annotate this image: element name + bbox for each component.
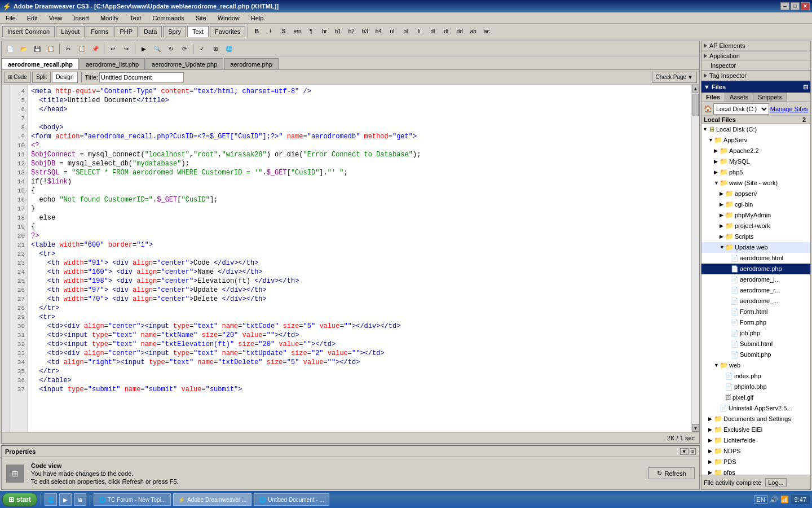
menu-insert[interactable]: Insert [70, 14, 92, 23]
quick-launch-ie[interactable]: 🌐 [45, 493, 57, 506]
save-btn[interactable]: 💾 [31, 43, 43, 55]
tree-form-php[interactable]: 📄 Form.php [701, 317, 810, 328]
redo-btn[interactable]: ↪ [120, 43, 133, 55]
tab-aerodrome-list[interactable]: aerodrome_list.php [80, 58, 145, 69]
quick-launch-desktop[interactable]: 🖥 [74, 493, 86, 506]
tree-lichterfelde[interactable]: ▶ 📁 Lichterfelde [701, 435, 810, 446]
dl-btn[interactable]: dl [426, 25, 439, 38]
files-tab-snippets[interactable]: Snippets [753, 93, 787, 102]
tab-data[interactable]: Data [139, 26, 162, 37]
tree-submit-html[interactable]: 📄 Submit.html [701, 339, 810, 349]
restore-button[interactable]: □ [791, 2, 800, 10]
files-tab-assets[interactable]: Assets [725, 93, 753, 102]
tree-aerodrome-html[interactable]: 📄 aerodrome.html [701, 253, 810, 264]
taskbar-tc-forum[interactable]: 🌐 TC Forum - New Topi... [94, 493, 171, 506]
tree-aerodrome-php[interactable]: 📄 aerodrome.php [701, 264, 810, 274]
refresh-code-btn[interactable]: ↻ [165, 43, 177, 55]
quick-launch-media[interactable]: ▶ [59, 493, 72, 506]
application-header[interactable]: Application [701, 51, 810, 61]
tree-cgi-bin[interactable]: ▶ 📁 cgi-bin [701, 199, 810, 210]
tree-php5[interactable]: ▶ 📁 php5 [701, 167, 810, 178]
menu-file[interactable]: File [2, 14, 19, 23]
check-page-btn[interactable]: Check Page ▼ [652, 72, 697, 83]
strong-btn[interactable]: S [277, 25, 290, 38]
tree-ndps[interactable]: ▶ 📁 NDPS [701, 446, 810, 457]
tree-submit-php[interactable]: 📄 Submit.php [701, 349, 810, 360]
tree-root[interactable]: ▼ 🖥 Local Disk (C:) [701, 124, 810, 135]
undo-btn[interactable]: ↩ [107, 43, 119, 55]
tree-exclusive[interactable]: ▶ 📁 Exclusive EiEi [701, 424, 810, 435]
tab-aerodrome-update[interactable]: aerodrome_Update.php [145, 58, 223, 69]
refresh-button[interactable]: ↻ Refresh [648, 467, 695, 479]
tab-text[interactable]: Text [187, 26, 209, 37]
tree-form-html[interactable]: 📄 Form.html [701, 306, 810, 317]
design-view-btn[interactable]: Design [52, 72, 77, 83]
code-content[interactable]: <meta http-equiv="Content-Type" content=… [28, 85, 691, 432]
open-btn[interactable]: 📂 [17, 43, 30, 55]
tree-update-web[interactable]: ▼ 📁 Update web [701, 242, 810, 253]
ol-btn[interactable]: ol [399, 25, 412, 38]
manage-sites-link[interactable]: Manage Sites [770, 106, 808, 112]
dd-btn[interactable]: dd [453, 25, 466, 38]
properties-collapse-btn[interactable]: ▼ [680, 448, 689, 455]
tree-aerodrome-r[interactable]: 📄 aerodrome_r... [701, 285, 810, 296]
tree-pfps[interactable]: ▶ 📁 pfps [701, 467, 810, 475]
save-all-btn[interactable]: 📋 [45, 43, 57, 55]
menu-help[interactable]: Help [248, 14, 267, 23]
h1-btn[interactable]: h1 [332, 25, 344, 38]
tree-uninstall[interactable]: 📄 Uninstall-AppServ2.5... [701, 403, 810, 414]
copy-btn[interactable]: 📋 [76, 43, 88, 55]
cut-btn[interactable]: ✂ [62, 43, 74, 55]
tree-apache[interactable]: ▶ 📁 Apache2.2 [701, 146, 810, 156]
menu-edit[interactable]: Edit [24, 14, 41, 23]
scroll-thumb[interactable] [692, 94, 699, 116]
br-btn[interactable]: br [318, 25, 330, 38]
tree-pds[interactable]: ▶ 📁 PDS [701, 457, 810, 467]
p-btn[interactable]: ¶ [304, 25, 317, 38]
h3-btn[interactable]: h3 [359, 25, 371, 38]
taskbar-untitled-doc[interactable]: 🌐 Untitled Document - ... [254, 493, 329, 506]
code-view-btn[interactable]: ⊞ Code [4, 72, 31, 83]
close-button[interactable]: ✕ [801, 2, 810, 10]
taskbar-dreamweaver[interactable]: ⚡ Adobe Dreamweaver ... [173, 493, 251, 506]
menu-text[interactable]: Text [126, 14, 144, 23]
tree-www[interactable]: ▼ 📁 www (Site - work) [701, 178, 810, 189]
acronym-btn[interactable]: ac [480, 25, 493, 38]
files-tab-files[interactable]: Files [701, 93, 725, 102]
tree-aerodrome-l[interactable]: 📄 aerodrome_l... [701, 274, 810, 285]
files-expand-icon[interactable]: ⊟ [803, 84, 808, 91]
tab-aerodrome[interactable]: aerodrome.php [224, 58, 279, 69]
tree-appserv-sub[interactable]: ▶ 📁 appserv [701, 189, 810, 199]
em-btn[interactable]: em [291, 25, 303, 38]
properties-expand-btn[interactable]: ≡ [690, 448, 696, 455]
tab-layout[interactable]: Layout [56, 26, 85, 37]
tree-appserv[interactable]: ▼ 📁 AppServ [701, 135, 810, 146]
tab-forms[interactable]: Forms [86, 26, 113, 37]
menu-modify[interactable]: Modify [97, 14, 122, 23]
tab-insert-common[interactable]: Insert Common [2, 26, 55, 37]
dt-btn[interactable]: dt [440, 25, 452, 38]
scroll-down-btn[interactable]: ▼ [692, 424, 699, 432]
tree-phpinfo[interactable]: 📄 phpinfo.php [701, 382, 810, 392]
bold-btn[interactable]: B [250, 25, 263, 38]
tree-mysql[interactable]: ▶ 📁 MySQL [701, 156, 810, 167]
new-file-btn[interactable]: 📄 [4, 43, 16, 55]
italic-btn[interactable]: I [264, 25, 276, 38]
tab-favorites[interactable]: Favorites [210, 26, 245, 37]
li-btn[interactable]: li [413, 25, 425, 38]
browser-check-btn[interactable]: 🌐 [223, 43, 235, 55]
minimize-button[interactable]: ─ [780, 2, 789, 10]
start-button[interactable]: ⊞ start [2, 493, 37, 506]
tag-inspector-header[interactable]: Tag Inspector [701, 71, 810, 81]
ul-btn[interactable]: ul [386, 25, 398, 38]
paste-btn[interactable]: 📌 [89, 43, 102, 55]
tree-docs-settings[interactable]: ▶ 📁 Documents and Settings [701, 414, 810, 424]
tree-web[interactable]: ▼ 📁 web [701, 360, 810, 371]
ap-elements-header[interactable]: AP Elements [701, 41, 810, 51]
tree-pixel-gif[interactable]: 🖼 pixel.gif [701, 392, 810, 403]
menu-window[interactable]: Window [214, 14, 243, 23]
tree-aerodrome-u[interactable]: 📄 aerodrome_... [701, 296, 810, 306]
tab-aerodrome-recall[interactable]: aerodrome_recall.php [2, 58, 79, 69]
log-link[interactable]: Log... [765, 478, 787, 487]
split-view-btn[interactable]: Split [32, 72, 51, 83]
